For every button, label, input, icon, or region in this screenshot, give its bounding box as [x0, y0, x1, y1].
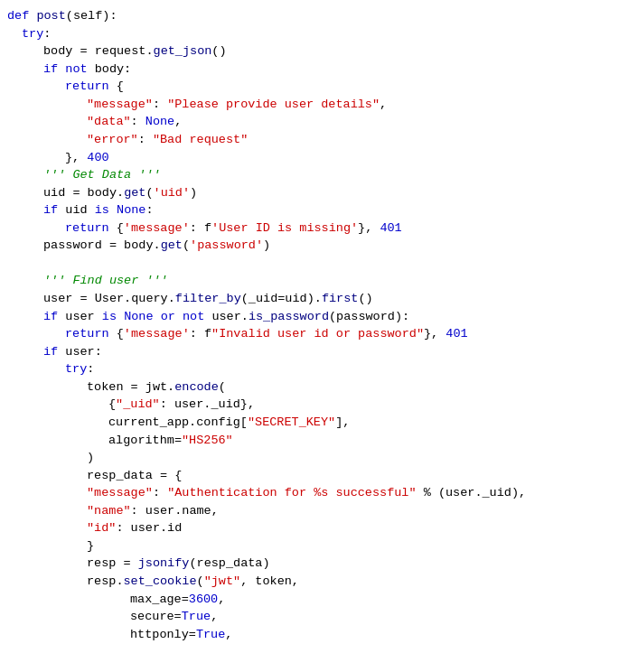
code-editor: def post(self): try: body = request.get_… [0, 0, 638, 672]
string-error-val: "Bad request" [153, 131, 248, 149]
string-name-key: "name" [87, 502, 131, 520]
keyword-def: def [7, 7, 36, 25]
code-line-26: ) [0, 449, 638, 467]
code-line-7: "data": None, [0, 113, 638, 131]
none-value-2: None [117, 201, 145, 219]
code-line-36: httponly=True, [0, 626, 638, 644]
code-line-6: "message": "Please provide user details"… [0, 96, 638, 114]
code-line-4: if not body: [0, 61, 638, 79]
code-line-9: }, 400 [0, 149, 638, 167]
code-line-16: ''' Find user ''' [0, 272, 638, 290]
code-line-35: secure=True, [0, 608, 638, 626]
code-line-11: uid = body.get('uid') [0, 184, 638, 202]
number-400: 400 [87, 149, 108, 167]
string-id-key: "id" [87, 519, 116, 537]
keyword-return-3: return [65, 325, 117, 343]
string-message-key: "message" [87, 96, 153, 114]
code-line-28: "message": "Authentication for %s succes… [0, 484, 638, 502]
code-line-30: "id": user.id [0, 519, 638, 537]
code-line-2: try: [0, 25, 638, 43]
code-line-32: resp = jsonify(resp_data) [0, 555, 638, 573]
method-get-uid: get [124, 184, 145, 202]
code-line-1: def post(self): [0, 7, 638, 25]
true-value: True [182, 608, 211, 626]
string-jwt: "jwt" [204, 573, 241, 591]
code-line-31: } [0, 537, 638, 555]
method-first: first [322, 290, 359, 308]
string-algorithm: "HS256" [182, 432, 233, 450]
code-line-25: algorithm="HS256" [0, 432, 638, 450]
keyword-return: return [65, 78, 117, 96]
code-line-22: token = jwt.encode( [0, 378, 638, 397]
keyword-if3: if [43, 308, 65, 326]
string-data-key: "data" [87, 113, 131, 131]
none-value: None [145, 113, 174, 131]
code-line-13: return {'message': f'User ID is missing'… [0, 219, 638, 238]
code-line-29: "name": user.name, [0, 502, 638, 520]
code-line-12: if uid is None: [0, 201, 638, 219]
code-line-5: return { [0, 78, 638, 96]
string-msg-key2: 'message' [124, 219, 190, 238]
number-401b: 401 [446, 325, 467, 343]
code-line-24: current_app.config["SECRET_KEY"], [0, 414, 638, 432]
number-3600: 3600 [189, 591, 218, 609]
keyword-return-2: return [65, 219, 117, 238]
string-password: 'password' [190, 237, 263, 255]
method-filter-by: filter_by [175, 290, 241, 308]
code-line-27: resp_data = { [0, 467, 638, 485]
docstring-find-user: ''' Find user ''' [43, 272, 168, 290]
string-auth-success: "Authentication for %s successful" [167, 484, 416, 502]
method-is-password: is_password [249, 308, 329, 326]
keyword-try: try [22, 25, 43, 43]
keyword-is2: is [102, 308, 124, 326]
docstring-get-data: ''' Get Data ''' [43, 166, 161, 184]
none-value-3: None [124, 308, 153, 326]
string-uid-missing: 'User ID is missing' [211, 219, 358, 238]
code-line-10: ''' Get Data ''' [0, 166, 638, 184]
code-line-19: return {'message': f"Invalid user id or … [0, 325, 638, 343]
keyword-or: or [161, 308, 183, 326]
function-name: post [36, 7, 65, 25]
keyword-is: is [95, 201, 117, 219]
method-encode: encode [174, 378, 219, 397]
code-line-23: {"_uid": user._uid}, [0, 396, 638, 414]
string-invalid: "Invalid user id or password" [211, 325, 424, 343]
code-line-15 [0, 255, 638, 273]
code-line-34: max_age=3600, [0, 591, 638, 609]
code-line-18: if user is None or not user.is_password(… [0, 308, 638, 326]
true-value-2: True [196, 626, 225, 644]
code-line-14: password = body.get('password') [0, 237, 638, 255]
code-line-21: try: [0, 360, 638, 378]
code-line-8: "error": "Bad request" [0, 131, 638, 149]
code-line-20: if user: [0, 343, 638, 361]
keyword-try2: try [65, 360, 87, 378]
string-error-key: "error" [87, 131, 138, 149]
keyword-not: not [65, 61, 94, 79]
keyword-if2: if [43, 201, 65, 219]
method-get-json: get_json [154, 42, 212, 61]
code-line-17: user = User.query.filter_by(_uid=uid).fi… [0, 290, 638, 308]
string-uid: 'uid' [154, 184, 191, 202]
keyword-if: if [43, 61, 65, 79]
string-message-val: "Please provide user details" [167, 96, 380, 114]
keyword-not2: not [183, 308, 211, 326]
string-uid-key: "_uid" [116, 396, 160, 414]
string-msg-key4: "message" [87, 484, 153, 502]
keyword-if4: if [43, 343, 65, 361]
string-secret-key: "SECRET_KEY" [248, 414, 335, 432]
code-line-33: resp.set_cookie("jwt", token, [0, 573, 638, 591]
number-401: 401 [380, 219, 401, 238]
code-line-3: body = request.get_json() [0, 42, 638, 61]
method-jsonify: jsonify [138, 555, 190, 573]
method-get-password: get [161, 237, 183, 255]
method-set-cookie: set_cookie [124, 573, 197, 591]
string-msg-key3: 'message' [124, 325, 190, 343]
